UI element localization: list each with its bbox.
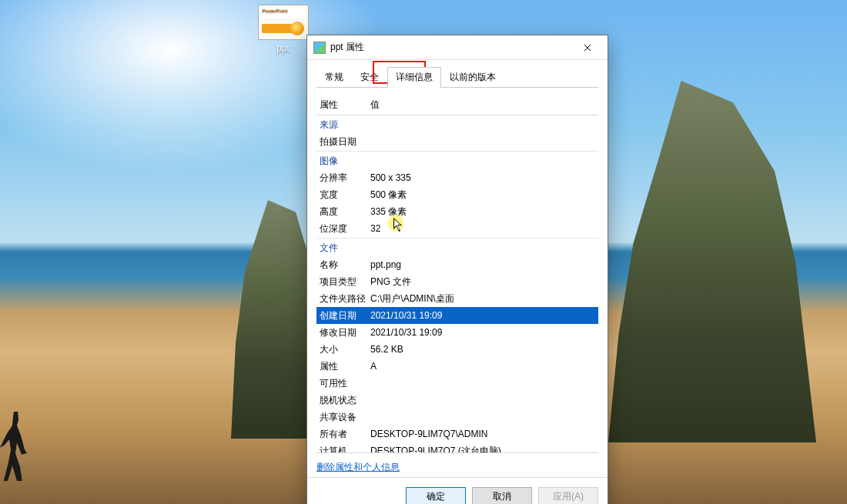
row-attributes[interactable]: 属性 A	[316, 358, 598, 375]
window-title: ppt 属性	[330, 41, 572, 54]
section-image: 图像	[316, 151, 598, 169]
details-list[interactable]: 来源 拍摄日期 图像 分辨率 500 x 335 宽度 500 像素	[316, 115, 598, 452]
ok-button[interactable]: 确定	[406, 487, 466, 504]
tab-security[interactable]: 安全	[352, 67, 387, 88]
details-pane: 属性 值 来源 拍摄日期 图像 分辨率 500 x 335	[316, 95, 598, 453]
row-name[interactable]: 名称 ppt.png	[316, 256, 598, 273]
window-icon	[313, 42, 326, 54]
apply-button[interactable]: 应用(A)	[538, 487, 598, 504]
file-label: ppt	[254, 43, 312, 54]
row-availability[interactable]: 可用性	[316, 375, 598, 392]
thumb-app-label: PowerPoint	[263, 8, 288, 13]
cancel-button[interactable]: 取消	[472, 487, 532, 504]
tab-details[interactable]: 详细信息	[387, 67, 441, 88]
section-file: 文件	[316, 238, 598, 256]
close-icon	[584, 42, 591, 54]
row-computer[interactable]: 计算机 DESKTOP-9LIM7Q7 (这台电脑)	[316, 442, 598, 452]
column-property[interactable]: 属性	[320, 98, 370, 112]
section-label: 文件	[320, 241, 370, 255]
row-owner[interactable]: 所有者 DESKTOP-9LIM7Q7\ADMIN	[316, 426, 598, 442]
tab-general[interactable]: 常规	[316, 67, 352, 88]
row-bit-depth[interactable]: 位深度 32	[316, 220, 598, 237]
row-item-type[interactable]: 项目类型 PNG 文件	[316, 273, 598, 290]
details-columns: 属性 值	[316, 95, 598, 115]
row-modified-date[interactable]: 修改日期 2021/10/31 19:09	[316, 324, 598, 341]
column-value[interactable]: 值	[370, 98, 598, 112]
row-offline-status[interactable]: 脱机状态	[316, 392, 598, 409]
tab-previous-versions[interactable]: 以前的版本	[441, 67, 504, 88]
file-thumbnail: PowerPoint	[258, 5, 309, 40]
section-label: 来源	[320, 118, 370, 132]
section-label: 图像	[320, 154, 370, 168]
section-source: 来源	[316, 115, 598, 133]
row-width[interactable]: 宽度 500 像素	[316, 186, 598, 203]
row-created-date[interactable]: 创建日期 2021/10/31 19:09	[316, 307, 598, 324]
remove-properties-link[interactable]: 删除属性和个人信息	[316, 462, 400, 472]
dialog-button-row: 确定 取消 应用(A)	[307, 477, 608, 504]
row-resolution[interactable]: 分辨率 500 x 335	[316, 169, 598, 186]
row-size[interactable]: 大小 56.2 KB	[316, 341, 598, 358]
titlebar[interactable]: ppt 属性	[307, 35, 608, 60]
desktop-file-ppt[interactable]: PowerPoint ppt	[254, 5, 312, 54]
properties-dialog: ppt 属性 常规 安全 详细信息 以前的版本 属性 值 来源 拍摄日期	[306, 35, 608, 504]
row-shared-with[interactable]: 共享设备	[316, 409, 598, 426]
row-height[interactable]: 高度 335 像素	[316, 203, 598, 220]
row-shot-date[interactable]: 拍摄日期	[316, 133, 598, 150]
tab-strip: 常规 安全 详细信息 以前的版本	[307, 60, 608, 87]
close-button[interactable]	[572, 37, 603, 58]
row-folder-path[interactable]: 文件夹路径 C:\用户\ADMIN\桌面	[316, 290, 598, 307]
